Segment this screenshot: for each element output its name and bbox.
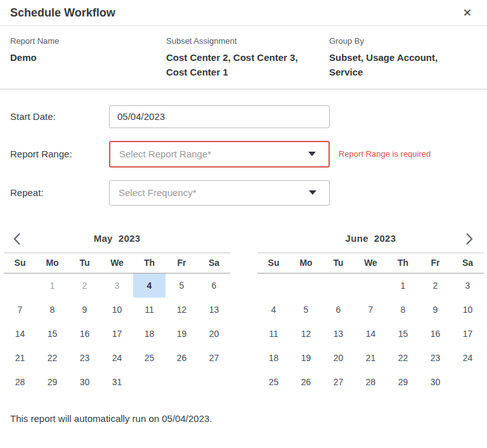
calendar-day[interactable]: 17 [451, 322, 484, 346]
report-range-row: Report Range: Select Report Range* Repor… [10, 141, 477, 168]
calendar-day[interactable]: 9 [419, 298, 451, 322]
chevron-down-icon [309, 190, 316, 195]
weekday-label: Sa [198, 253, 230, 273]
weekday-label: We [101, 253, 133, 273]
calendar-day[interactable]: 19 [166, 322, 198, 346]
calendar-day[interactable]: 18 [257, 346, 290, 370]
calendar-day[interactable]: 20 [198, 322, 230, 346]
calendar-day[interactable]: 22 [387, 346, 419, 370]
calendar-day[interactable]: 2 [68, 273, 101, 298]
info-report-name: Report Name Demo [10, 36, 166, 80]
date-range-calendars: May2023SuMoTuWeThFrSa1234567891011121314… [0, 206, 487, 394]
calendar-day[interactable]: 10 [101, 298, 133, 322]
calendar-day[interactable]: 11 [257, 322, 290, 346]
report-range-label: Report Range: [10, 148, 109, 159]
previous-month-button[interactable] [10, 230, 25, 250]
calendar-day[interactable]: 4 [257, 298, 290, 322]
calendar-day[interactable]: 8 [36, 298, 68, 322]
calendar-day[interactable]: 4 [133, 273, 166, 298]
calendar-day[interactable]: 19 [290, 346, 322, 370]
calendar-day[interactable]: 16 [68, 322, 101, 346]
calendar-day[interactable]: 21 [354, 346, 387, 370]
chevron-right-icon [467, 234, 472, 244]
calendar-day[interactable]: 25 [257, 370, 290, 394]
calendar-day[interactable]: 8 [387, 298, 419, 322]
calendar-day[interactable]: 28 [4, 370, 36, 394]
repeat-label: Repeat: [10, 187, 109, 198]
calendar-day[interactable]: 18 [133, 322, 166, 346]
calendar-title: May2023 [4, 233, 230, 244]
calendar-day[interactable]: 13 [198, 298, 230, 322]
calendar-day[interactable]: 26 [166, 346, 198, 370]
empty-day-cell [133, 370, 166, 394]
calendar-day[interactable]: 3 [451, 273, 484, 298]
report-range-error: Report Range is required [339, 149, 431, 159]
calendar-day[interactable]: 23 [419, 346, 451, 370]
empty-day-cell [322, 273, 354, 298]
calendar-day[interactable]: 15 [387, 322, 419, 346]
calendar-day[interactable]: 27 [322, 370, 354, 394]
calendar-day[interactable]: 10 [451, 298, 484, 322]
calendar-day[interactable]: 6 [198, 273, 230, 298]
report-range-select[interactable]: Select Report Range* [109, 141, 330, 168]
calendar-day[interactable]: 17 [101, 322, 133, 346]
calendar-day[interactable]: 30 [419, 370, 451, 394]
calendar-day[interactable]: 23 [68, 346, 101, 370]
start-date-row: Start Date: [10, 105, 477, 128]
calendar-day[interactable]: 24 [101, 346, 133, 370]
calendar-day[interactable]: 26 [290, 370, 322, 394]
day-grid: 1234567891011121314151617181920212223242… [257, 273, 484, 394]
report-info-strip: Report Name Demo Subset Assignment Cost … [0, 26, 487, 89]
weekday-label: Fr [419, 253, 451, 273]
calendar-title: June2023 [257, 233, 484, 244]
schedule-form: Start Date: Report Range: Select Report … [0, 89, 487, 206]
calendar-day[interactable]: 5 [166, 273, 198, 298]
calendar-day[interactable]: 7 [354, 298, 387, 322]
calendar-day[interactable]: 1 [387, 273, 419, 298]
calendar-day[interactable]: 5 [290, 298, 322, 322]
info-label: Report Name [10, 36, 166, 46]
calendar-day[interactable]: 25 [133, 346, 166, 370]
calendar-june: June2023SuMoTuWeThFrSa123456789101112131… [257, 228, 484, 394]
empty-day-cell [166, 370, 198, 394]
calendar-day[interactable]: 12 [166, 298, 198, 322]
calendar-day[interactable]: 29 [36, 370, 68, 394]
calendar-day[interactable]: 14 [354, 322, 387, 346]
info-label: Group By [329, 36, 477, 46]
calendar-day[interactable]: 16 [419, 322, 451, 346]
calendar-day[interactable]: 31 [101, 370, 133, 394]
calendar-day[interactable]: 3 [101, 273, 133, 298]
empty-day-cell [451, 370, 484, 394]
calendar-day[interactable]: 7 [4, 298, 36, 322]
calendar-day[interactable]: 30 [68, 370, 101, 394]
calendar-day[interactable]: 2 [419, 273, 451, 298]
info-value: Subset, Usage Account, Service [329, 50, 477, 80]
start-date-input[interactable] [109, 105, 330, 128]
close-icon[interactable]: ✕ [458, 6, 477, 20]
empty-day-cell [198, 370, 230, 394]
calendar-day[interactable]: 27 [198, 346, 230, 370]
repeat-row: Repeat: Select Frequency* [10, 180, 477, 206]
calendar-day[interactable]: 9 [68, 298, 101, 322]
calendar-day[interactable]: 14 [4, 322, 36, 346]
day-grid: 1234567891011121314151617181920212223242… [4, 273, 230, 394]
calendar-day[interactable]: 24 [451, 346, 484, 370]
calendar-may: May2023SuMoTuWeThFrSa1234567891011121314… [4, 228, 230, 394]
calendar-day[interactable]: 22 [36, 346, 68, 370]
repeat-select[interactable]: Select Frequency* [109, 180, 330, 206]
calendar-day[interactable]: 15 [36, 322, 68, 346]
calendar-day[interactable]: 11 [133, 298, 166, 322]
calendar-day[interactable]: 28 [354, 370, 387, 394]
calendar-day[interactable]: 29 [387, 370, 419, 394]
calendar-day[interactable]: 1 [36, 273, 68, 298]
chevron-down-icon [308, 152, 316, 156]
calendar-day[interactable]: 13 [322, 322, 354, 346]
info-group-by: Group By Subset, Usage Account, Service [329, 36, 477, 80]
calendar-day[interactable]: 6 [322, 298, 354, 322]
next-month-button[interactable] [462, 230, 476, 250]
weekday-label: Sa [451, 253, 484, 273]
calendar-day[interactable]: 20 [322, 346, 354, 370]
calendar-day[interactable]: 12 [290, 322, 322, 346]
empty-day-cell [257, 273, 290, 298]
calendar-day[interactable]: 21 [4, 346, 36, 370]
